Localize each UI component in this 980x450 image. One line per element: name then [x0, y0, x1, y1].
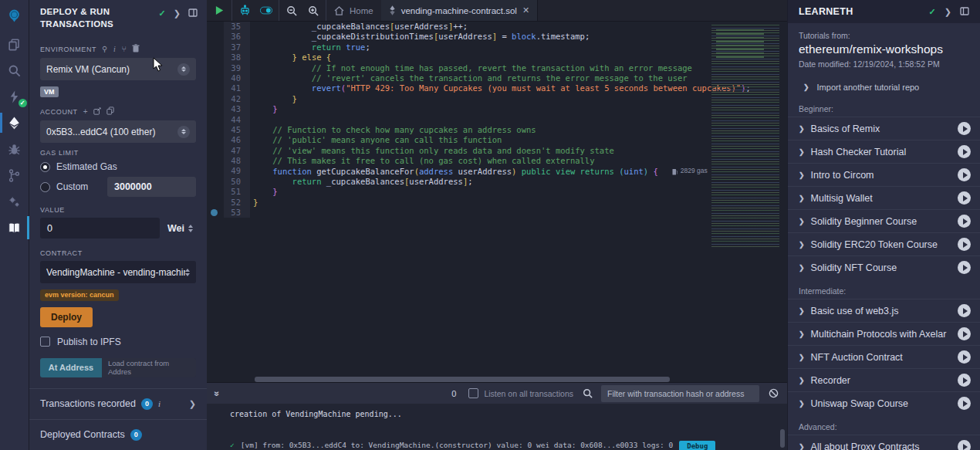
code-line[interactable]: 42 }: [207, 94, 787, 104]
breakpoint-gutter[interactable]: [207, 104, 224, 114]
value-input[interactable]: 0: [40, 218, 160, 239]
play-tutorial-button[interactable]: [958, 168, 971, 181]
plug-icon[interactable]: ⚲: [102, 45, 108, 53]
tutorial-item[interactable]: ❯Multichain Protocols with Axelar: [788, 322, 980, 345]
transactions-recorded-row[interactable]: Transactions recorded 0 i ❯: [40, 389, 196, 419]
tutorial-item[interactable]: ❯Basics of Remix: [788, 117, 980, 140]
custom-gas-input[interactable]: 3000000: [107, 177, 196, 197]
learneth-pin-icon[interactable]: [960, 7, 969, 17]
play-tutorial-button[interactable]: [958, 304, 971, 317]
copilot-toggle-icon[interactable]: [260, 5, 272, 17]
transaction-filter-input[interactable]: Filter with transaction hash or address: [601, 385, 759, 402]
code-line[interactable]: 41 revert("HTTP 429: Too Many Cupcakes (…: [207, 83, 787, 93]
code-line[interactable]: 51 }: [207, 187, 787, 197]
play-tutorial-button[interactable]: [958, 327, 971, 340]
tutorial-item[interactable]: ❯NFT Auction Contract: [788, 345, 980, 368]
breakpoint-gutter[interactable]: [207, 166, 224, 176]
tutorial-item[interactable]: ❯Basic use of web3.js: [788, 299, 980, 322]
code-line[interactable]: 46 // 'public' means anyone can call thi…: [207, 135, 787, 145]
zoom-out-icon[interactable]: [286, 5, 298, 17]
tutorial-item[interactable]: ❯All about Proxy Contracts: [788, 435, 980, 450]
clear-console-icon[interactable]: [767, 387, 779, 400]
breakpoint-gutter[interactable]: [207, 63, 224, 73]
terminal-log-clipped[interactable]: ✓ [vm] from: 0x5B3...eddC4 to: VendingMa…: [230, 441, 770, 450]
transactions-expand-icon[interactable]: ❯: [189, 399, 196, 409]
tutorial-item[interactable]: ❯Intro to Circom: [788, 163, 980, 186]
play-tutorial-button[interactable]: [958, 238, 971, 251]
debug-button[interactable]: Debug: [679, 441, 715, 450]
transactions-info-icon[interactable]: i: [158, 399, 161, 408]
info-icon[interactable]: i: [113, 45, 116, 53]
code-line[interactable]: 39 // If not enough time has passed, rev…: [207, 63, 787, 73]
tutorial-item[interactable]: ❯Solidity Beginner Course: [788, 209, 980, 232]
at-address-button[interactable]: At Address: [40, 358, 102, 377]
git-icon[interactable]: [0, 162, 29, 188]
code-line[interactable]: 43 }: [207, 104, 787, 114]
remix-logo[interactable]: [0, 0, 29, 31]
search-icon[interactable]: [0, 57, 29, 83]
code-line[interactable]: 53: [207, 208, 787, 218]
edit-account-icon[interactable]: [93, 107, 101, 117]
add-account-icon[interactable]: +: [83, 107, 88, 116]
code-line[interactable]: 36 _cupcakeDistributionTimes[userAddress…: [207, 32, 787, 42]
tutorial-item[interactable]: ❯Solidity ERC20 Token Course: [788, 232, 980, 255]
learneth-chevron-icon[interactable]: ❯: [945, 7, 951, 17]
import-tutorial-repo[interactable]: ❯ Import another tutorial repo: [788, 69, 980, 96]
code-line[interactable]: 44: [207, 115, 787, 125]
publish-ipfs-option[interactable]: Publish to IPFS: [40, 337, 196, 347]
breakpoint-gutter[interactable]: [207, 125, 224, 135]
code-line[interactable]: 50 return _cupcakeBalances[userAddress];: [207, 177, 787, 187]
play-tutorial-button[interactable]: [958, 215, 971, 228]
ai-copilot-icon[interactable]: [238, 5, 251, 17]
play-tutorial-button[interactable]: [958, 145, 971, 158]
debugger-icon[interactable]: [0, 136, 29, 162]
breakpoint-gutter[interactable]: [207, 177, 224, 187]
breakpoint-gutter[interactable]: [207, 135, 224, 145]
code-line[interactable]: 37 return true;: [207, 42, 787, 52]
tab-vending-machine-contract[interactable]: vending-machine-contract.sol ✕: [381, 0, 538, 21]
code-line[interactable]: 49 function getCupcakeBalanceFor(address…: [207, 166, 787, 176]
panel-chevron-icon[interactable]: ❯: [174, 8, 181, 19]
code-line[interactable]: 45 // Function to check how many cupcake…: [207, 125, 787, 135]
expand-terminal-icon[interactable]: »: [211, 391, 222, 396]
breakpoint-gutter[interactable]: [207, 187, 224, 197]
play-tutorial-button[interactable]: [958, 440, 971, 450]
file-explorer-icon[interactable]: [0, 31, 29, 57]
breakpoint-gutter[interactable]: [207, 83, 224, 93]
breakpoint-dot[interactable]: [207, 208, 224, 218]
breakpoint-gutter[interactable]: [207, 52, 224, 63]
listen-all-transactions-option[interactable]: Listen on all transactions: [468, 388, 573, 398]
listen-checkbox[interactable]: [468, 388, 478, 398]
code-line[interactable]: 48 // This makes it free to call (no gas…: [207, 156, 787, 166]
play-tutorial-button[interactable]: [958, 191, 971, 205]
code-line[interactable]: 52}: [207, 198, 787, 208]
horizontal-scrollbar[interactable]: [255, 377, 670, 382]
at-address-input[interactable]: Load contract from Addres: [102, 358, 196, 377]
breakpoint-gutter[interactable]: [207, 42, 224, 52]
close-tab-icon[interactable]: ✕: [522, 5, 529, 15]
plugin-manager-icon[interactable]: [0, 188, 29, 215]
breakpoint-gutter[interactable]: [207, 94, 224, 104]
play-tutorial-button[interactable]: [958, 122, 971, 135]
fork-icon[interactable]: ⑂: [121, 45, 127, 53]
pin-panel-icon[interactable]: [188, 8, 198, 19]
learneth-book-icon[interactable]: [0, 215, 29, 241]
estimated-gas-radio[interactable]: [40, 162, 50, 172]
editor-minimap[interactable]: [711, 23, 779, 247]
solidity-compiler-icon[interactable]: ✓: [0, 83, 29, 110]
play-tutorial-button[interactable]: [958, 374, 971, 387]
breakpoint-gutter[interactable]: [207, 32, 224, 42]
code-editor[interactable]: 35 _cupcakeBalances[userAddress]++;36 _c…: [207, 22, 787, 382]
environment-select[interactable]: Remix VM (Cancun): [40, 58, 196, 80]
breakpoint-gutter[interactable]: [207, 146, 224, 156]
play-tutorial-button[interactable]: [958, 261, 971, 274]
custom-gas-radio[interactable]: [40, 182, 50, 192]
estimated-gas-option[interactable]: Estimated Gas: [40, 161, 196, 172]
tutorial-item[interactable]: ❯Uniswap Swap Course: [788, 391, 980, 414]
contract-select[interactable]: VendingMachine - vending-machin: [40, 261, 196, 283]
zoom-in-icon[interactable]: [307, 5, 319, 17]
breakpoint-gutter[interactable]: [207, 73, 224, 83]
deployed-contracts-row[interactable]: Deployed Contracts 0: [40, 420, 196, 450]
play-tutorial-button[interactable]: [958, 350, 971, 364]
run-script-icon[interactable]: [213, 5, 225, 17]
